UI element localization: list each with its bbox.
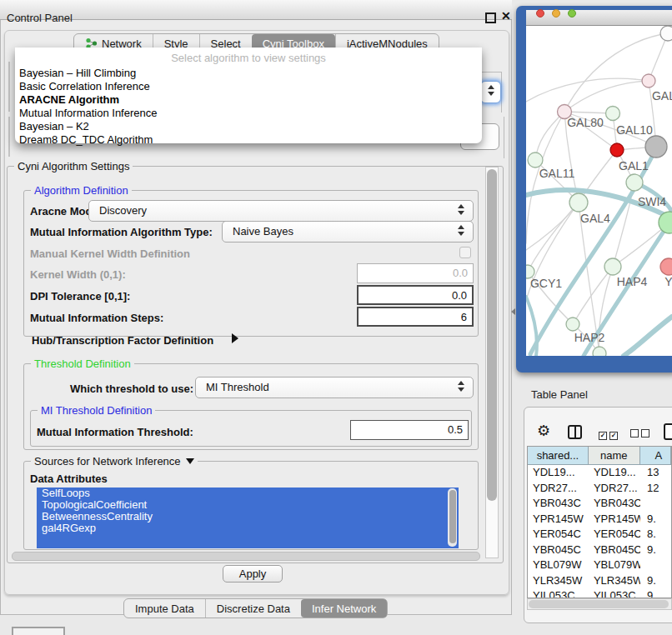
table-cell[interactable]: YLR345W bbox=[589, 573, 640, 589]
table-row[interactable]: YBR043CYBR043C bbox=[528, 496, 671, 512]
network-node[interactable] bbox=[593, 347, 606, 356]
table-cell[interactable]: YDR27... bbox=[528, 481, 589, 497]
network-edge[interactable] bbox=[624, 317, 672, 356]
tab-infer-network[interactable]: Infer Network bbox=[301, 599, 387, 618]
algorithm-option[interactable]: Mutual Information Inference bbox=[15, 107, 482, 120]
network-node[interactable] bbox=[566, 318, 579, 331]
algorithm-option[interactable]: Bayesian – Hill Climbing bbox=[15, 67, 482, 80]
table-horizontal-scrollbar-thumb[interactable] bbox=[529, 600, 669, 608]
table-cell[interactable]: YBR043C bbox=[589, 496, 640, 512]
table-cell[interactable]: YDR27... bbox=[589, 481, 640, 497]
zoom-traffic-light-icon[interactable] bbox=[568, 9, 576, 18]
network-node[interactable] bbox=[604, 258, 621, 275]
attributes-scrollbar-thumb[interactable] bbox=[449, 490, 456, 543]
attribute-list-item[interactable]: SelfLoops bbox=[37, 488, 459, 499]
table-cell[interactable]: YBR045C bbox=[589, 542, 640, 558]
control-panel-titlebar[interactable] bbox=[0, 0, 512, 20]
split-columns-icon[interactable] bbox=[568, 425, 582, 439]
settings-vertical-scrollbar[interactable] bbox=[485, 167, 499, 558]
network-node[interactable] bbox=[610, 143, 624, 157]
column-header[interactable]: name bbox=[589, 447, 640, 465]
which-threshold-select[interactable]: MI Threshold bbox=[195, 377, 474, 398]
kernel-width-field[interactable]: 0.0 bbox=[357, 263, 474, 283]
network-canvas[interactable]: GALGAL80GAL10GAL1GAL11SWI4GAL4GCY1HAP4YH… bbox=[526, 26, 672, 356]
network-edge[interactable] bbox=[564, 81, 649, 112]
table-cell[interactable]: 9. bbox=[640, 542, 671, 558]
settings-horizontal-scrollbar-thumb[interactable] bbox=[12, 552, 480, 561]
close-traffic-light-icon[interactable] bbox=[536, 9, 544, 18]
hub-definition-label[interactable]: Hub/Transcription Factor Definition bbox=[32, 334, 213, 347]
table-cell[interactable]: YPR145W bbox=[528, 512, 589, 528]
split-divider-handle-icon[interactable] bbox=[511, 308, 515, 315]
table-cell[interactable]: YBR045C bbox=[528, 542, 589, 558]
collapse-arrow-icon[interactable] bbox=[186, 458, 194, 464]
tab-discretize-data[interactable]: Discretize Data bbox=[205, 599, 301, 618]
table-cell[interactable]: YER054C bbox=[528, 527, 589, 542]
minimize-traffic-light-icon[interactable] bbox=[552, 9, 560, 18]
column-header[interactable]: shared... bbox=[528, 447, 589, 465]
manual-kernel-width-checkbox[interactable] bbox=[459, 247, 471, 258]
table-row[interactable]: YLR345WYLR345W9. bbox=[528, 573, 671, 589]
algorithm-option[interactable]: Basic Correlation Inference bbox=[15, 80, 482, 93]
table-cell[interactable]: YBL079W bbox=[528, 558, 589, 573]
new-column-icon[interactable] bbox=[664, 423, 672, 440]
table-row[interactable]: YER054CYER054C8. bbox=[528, 527, 671, 542]
table-row[interactable]: YDR27...YDR27...12 bbox=[528, 481, 671, 497]
dpi-tolerance-field[interactable]: 0.0 bbox=[357, 285, 474, 305]
inference-algorithm-combo-fragment[interactable] bbox=[480, 81, 501, 103]
table-cell[interactable]: 9. bbox=[640, 512, 671, 528]
attribute-list-item[interactable]: BetweennessCentrality bbox=[37, 511, 459, 522]
sources-title-row[interactable]: Sources for Network Inference bbox=[31, 455, 198, 468]
network-node[interactable] bbox=[645, 136, 667, 158]
close-icon[interactable]: ✕ bbox=[501, 9, 511, 22]
table-row[interactable]: YPR145WYPR145W9. bbox=[528, 512, 671, 528]
table-cell[interactable] bbox=[640, 558, 671, 573]
table-cell[interactable]: YPR145W bbox=[589, 512, 640, 528]
mi-steps-field[interactable]: 6 bbox=[357, 307, 474, 327]
table-row[interactable]: YBR045CYBR045C9. bbox=[528, 542, 671, 558]
table-cell[interactable]: YIL053C bbox=[528, 588, 589, 598]
network-edge[interactable] bbox=[526, 297, 537, 356]
table-cell[interactable]: YBR043C bbox=[528, 496, 589, 512]
table-cell[interactable]: 9. bbox=[640, 573, 671, 589]
network-node[interactable] bbox=[642, 74, 655, 88]
network-node[interactable] bbox=[660, 258, 672, 275]
table-cell[interactable]: YBL079W bbox=[589, 558, 640, 573]
table-cell[interactable]: 8. bbox=[640, 527, 671, 542]
table-row[interactable]: YIL053CYIL053C9 bbox=[528, 588, 671, 598]
select-all-checkboxes-icon[interactable]: ✓✓ bbox=[599, 428, 620, 440]
network-node[interactable] bbox=[660, 26, 672, 41]
table-cell[interactable]: 13 bbox=[640, 465, 671, 481]
tab-impute-data[interactable]: Impute Data bbox=[124, 599, 205, 618]
table-cell[interactable]: YIL053C bbox=[589, 588, 640, 598]
network-node[interactable] bbox=[626, 174, 643, 191]
column-header[interactable]: A bbox=[640, 447, 671, 465]
aracne-mode-select[interactable]: Discovery bbox=[88, 200, 474, 222]
table-row[interactable]: YDL19...YDL19...13 bbox=[528, 465, 671, 481]
table-horizontal-scrollbar[interactable] bbox=[527, 598, 672, 610]
network-node[interactable] bbox=[606, 107, 620, 121]
settings-gear-icon[interactable]: ⚙ bbox=[537, 423, 550, 438]
mi-threshold-field[interactable]: 0.5 bbox=[350, 420, 469, 440]
table-cell[interactable]: YDL19... bbox=[528, 465, 589, 481]
network-node[interactable] bbox=[528, 152, 543, 168]
table-cell[interactable]: YLR345W bbox=[528, 573, 589, 589]
table-cell[interactable]: YDL19... bbox=[589, 465, 640, 481]
table-cell[interactable]: YER054C bbox=[589, 527, 640, 542]
attributes-scrollbar[interactable] bbox=[448, 488, 457, 547]
table-cell[interactable] bbox=[640, 496, 671, 512]
table-row[interactable]: YBL079WYBL079W bbox=[528, 558, 671, 573]
attribute-list-item[interactable]: TopologicalCoefficient bbox=[37, 499, 459, 511]
apply-button[interactable]: Apply bbox=[223, 565, 283, 582]
settings-vertical-scrollbar-thumb[interactable] bbox=[487, 169, 497, 501]
deselect-checkboxes-icon[interactable] bbox=[630, 428, 652, 440]
network-node[interactable] bbox=[569, 193, 588, 212]
table-cell[interactable]: 9 bbox=[640, 588, 671, 598]
network-window-titlebar[interactable] bbox=[526, 10, 672, 26]
mi-algorithm-type-select[interactable]: Naive Bayes bbox=[222, 221, 474, 242]
algorithm-option[interactable]: ARACNE Algorithm bbox=[15, 93, 482, 107]
expand-arrow-icon[interactable] bbox=[232, 333, 238, 343]
algorithm-option[interactable]: Dream8 DC_TDC Algorithm bbox=[15, 133, 482, 147]
float-window-icon[interactable] bbox=[485, 12, 496, 23]
data-attributes-list[interactable]: SelfLoopsTopologicalCoefficientBetweenne… bbox=[37, 488, 459, 548]
